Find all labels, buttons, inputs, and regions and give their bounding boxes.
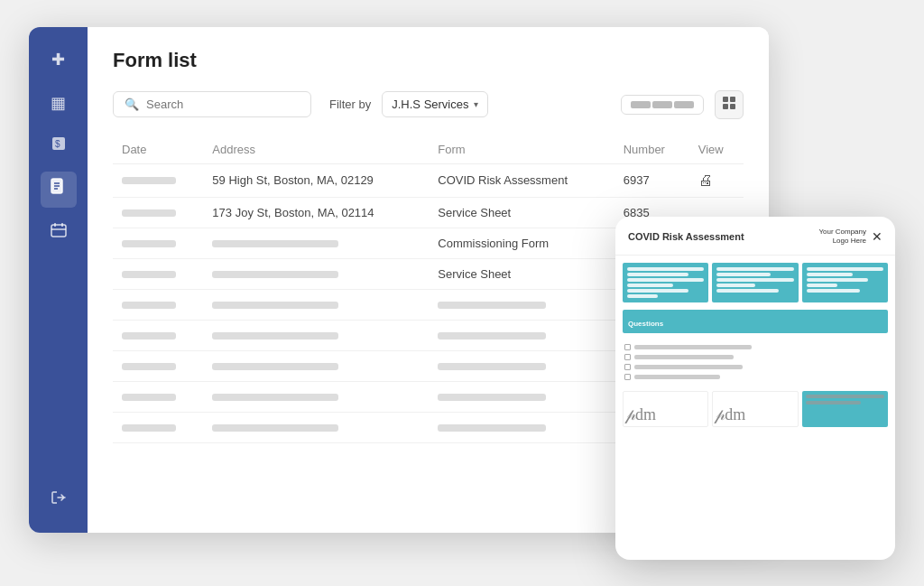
document-icon xyxy=(51,178,67,200)
toolbar: 🔍 Filter by J.H.S Services ▾ xyxy=(113,90,744,119)
tablet-logo-text-block: Your Company Logo Here xyxy=(818,228,866,246)
grid-icon xyxy=(723,97,735,112)
question-row-2 xyxy=(624,354,886,360)
svg-rect-13 xyxy=(723,104,728,109)
cell-number: 6937 xyxy=(614,163,689,197)
sidebar: ✚ ▦ $ xyxy=(29,27,88,533)
date-placeholder xyxy=(122,394,176,401)
addr-placeholder xyxy=(212,302,338,309)
tablet-info-grid xyxy=(623,263,888,302)
tablet-header: COVID Risk Assessment Your Company Logo … xyxy=(615,217,895,256)
table-row: 59 High St, Boston, MA, 02129 COVID Risk… xyxy=(113,163,744,197)
date-placeholder xyxy=(122,424,176,432)
checkbox-4 xyxy=(624,374,631,380)
svg-text:$: $ xyxy=(55,139,60,149)
search-input[interactable] xyxy=(146,98,300,111)
tablet-questions xyxy=(623,340,888,384)
form-placeholder xyxy=(438,332,546,340)
addr-placeholder xyxy=(212,424,338,432)
cell-bar xyxy=(627,284,673,287)
filter-value: J.H.S Services xyxy=(392,98,468,111)
form-placeholder xyxy=(438,363,546,370)
cell-date xyxy=(113,258,203,289)
cell-bar xyxy=(807,273,853,276)
plus-icon: ✚ xyxy=(51,50,65,70)
tablet-form-title: COVID Risk Assessment xyxy=(628,231,744,242)
tablet-preview: COVID Risk Assessment Your Company Logo … xyxy=(615,217,895,560)
cell-address: 173 Joy St, Boston, MA, 02114 xyxy=(203,197,429,228)
cell-bar xyxy=(716,273,771,276)
date-segments xyxy=(631,101,694,108)
sidebar-item-documents[interactable] xyxy=(41,172,77,208)
search-icon: 🔍 xyxy=(125,98,139,111)
date-segment-3 xyxy=(674,101,694,108)
chevron-down-icon: ▾ xyxy=(474,99,478,109)
cell-form: Service Sheet xyxy=(429,197,614,228)
logout-icon xyxy=(51,489,67,510)
cell-bar xyxy=(807,284,837,287)
cell-address xyxy=(203,228,429,258)
question-row-3 xyxy=(624,364,886,370)
cell-date xyxy=(113,228,203,258)
cell-view: 🖨 xyxy=(689,163,744,197)
svg-rect-12 xyxy=(730,97,735,102)
tablet-logo-area: Your Company Logo Here ✕ xyxy=(818,228,882,246)
checkbox-3 xyxy=(624,364,631,370)
form-placeholder xyxy=(438,302,546,309)
date-placeholder xyxy=(122,271,176,278)
date-filter[interactable] xyxy=(621,95,704,115)
cell-bar xyxy=(807,278,868,282)
cell-bar xyxy=(716,278,793,282)
grid-view-button[interactable] xyxy=(715,90,744,119)
sidebar-item-chart[interactable]: ▦ xyxy=(41,85,77,121)
filter-dropdown[interactable]: J.H.S Services ▾ xyxy=(382,91,488,117)
form-placeholder xyxy=(438,394,546,401)
cell-address xyxy=(203,258,429,289)
tablet-section-header: Questions xyxy=(623,310,888,333)
sidebar-item-billing[interactable]: $ xyxy=(41,128,77,164)
tablet-body: Questions xyxy=(615,256,895,559)
tablet-info-cell-2 xyxy=(712,263,798,302)
date-placeholder xyxy=(122,302,176,309)
sig-cell-1: 𝓅dm xyxy=(623,391,708,427)
cell-bar xyxy=(807,289,861,293)
question-row-4 xyxy=(624,374,886,380)
cell-bar xyxy=(716,284,755,287)
col-date: Date xyxy=(113,135,203,164)
col-form: Form xyxy=(429,135,614,164)
cell-bar xyxy=(627,273,688,276)
print-icon[interactable]: 🖨 xyxy=(698,172,713,188)
chart-icon: ▦ xyxy=(51,93,66,113)
addr-placeholder xyxy=(212,363,338,370)
svg-rect-11 xyxy=(723,97,728,102)
search-box[interactable]: 🔍 xyxy=(113,91,311,117)
date-placeholder xyxy=(122,240,176,247)
cell-form: Commissioning Form xyxy=(429,228,614,258)
question-bar-4 xyxy=(634,375,720,379)
date-placeholder xyxy=(122,332,176,340)
cell-bar xyxy=(716,289,778,293)
sig-cell-2: 𝓅dm xyxy=(712,391,798,427)
tablet-logo-line2: Logo Here xyxy=(818,237,866,246)
col-address: Address xyxy=(203,135,429,164)
cell-date xyxy=(113,197,203,228)
sidebar-item-add[interactable]: ✚ xyxy=(41,42,77,78)
date-placeholder xyxy=(122,209,176,217)
tablet-section-title: Questions xyxy=(628,320,663,328)
addr-placeholder xyxy=(212,271,338,278)
dollar-icon: $ xyxy=(51,135,67,156)
sig-bar-2 xyxy=(806,401,861,405)
filter-label: Filter by xyxy=(329,98,371,111)
svg-rect-14 xyxy=(730,104,735,109)
signature-1: 𝓅dm xyxy=(627,406,704,423)
tablet-info-cell-1 xyxy=(623,263,708,302)
sig-bar-1 xyxy=(806,395,884,398)
cell-address: 59 High St, Boston, MA, 02129 xyxy=(203,163,429,197)
question-row-1 xyxy=(624,344,886,350)
addr-placeholder xyxy=(212,240,338,247)
cell-bar xyxy=(627,267,704,271)
sidebar-item-logout[interactable] xyxy=(41,482,77,518)
addr-placeholder xyxy=(212,332,338,340)
cell-bar xyxy=(627,289,688,293)
sidebar-item-calendar[interactable] xyxy=(41,215,77,251)
